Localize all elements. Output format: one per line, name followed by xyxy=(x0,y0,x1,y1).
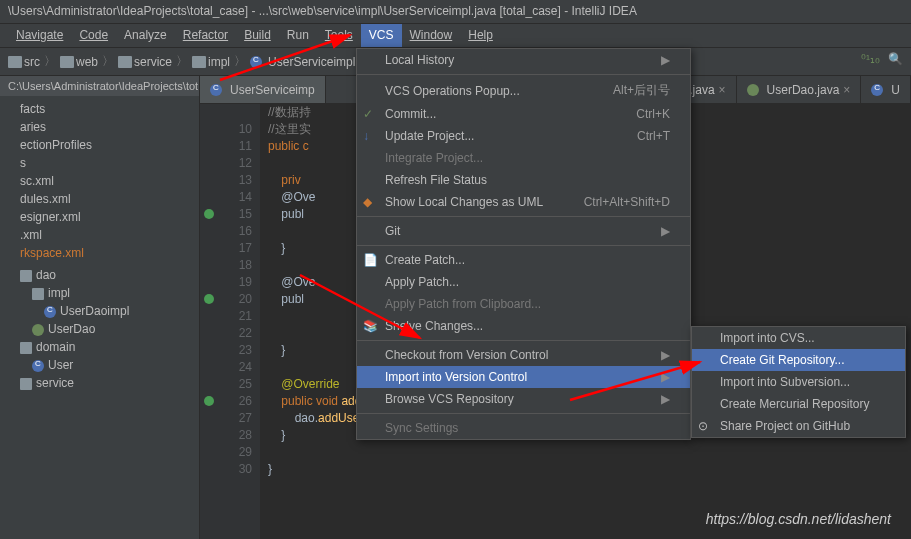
menu-run[interactable]: Run xyxy=(279,24,317,47)
title-bar: \Users\Administrator\IdeaProjects\total_… xyxy=(0,0,911,24)
interface-icon xyxy=(32,324,44,336)
chevron-right-icon: 〉 xyxy=(102,53,114,70)
chevron-right-icon: 〉 xyxy=(44,53,56,70)
folder-icon xyxy=(118,56,132,68)
search-icon[interactable]: 🔍 xyxy=(888,52,903,66)
tree-item[interactable]: dao xyxy=(4,266,195,284)
menu-refresh-status[interactable]: Refresh File Status xyxy=(357,169,690,191)
tree-item[interactable]: UserDaoimpl xyxy=(4,302,195,320)
project-sidebar: C:\Users\Administrator\IdeaProjects\tot … xyxy=(0,76,200,539)
submenu-arrow-icon: ▶ xyxy=(661,53,670,67)
watermark: https://blog.csdn.net/lidashent xyxy=(706,511,891,527)
patch-icon: 📄 xyxy=(363,253,377,267)
folder-icon xyxy=(8,56,22,68)
tab-active[interactable]: UserServiceimp xyxy=(200,76,326,103)
class-icon xyxy=(250,56,262,68)
menu-bar: Navigate Code Analyze Refactor Build Run… xyxy=(0,24,911,48)
menu-vcs-popup[interactable]: VCS Operations Popup...Alt+后引号 xyxy=(357,78,690,103)
tab[interactable]: U xyxy=(861,76,911,103)
bc-service[interactable]: service xyxy=(118,55,172,69)
import-vc-submenu: Import into CVS... Create Git Repository… xyxy=(691,326,906,438)
tree-item[interactable]: sc.xml xyxy=(4,172,195,190)
menu-shelve[interactable]: 📚Shelve Changes... xyxy=(357,315,690,337)
separator xyxy=(357,340,690,341)
tree-item[interactable]: service xyxy=(4,374,195,392)
menu-import-vc[interactable]: Import into Version Control▶ xyxy=(357,366,690,388)
folder-icon xyxy=(60,56,74,68)
menu-code[interactable]: Code xyxy=(71,24,116,47)
menu-tools[interactable]: Tools xyxy=(317,24,361,47)
ant-icon[interactable]: ⁰¹₁₀ xyxy=(861,52,880,66)
menu-create-patch[interactable]: 📄Create Patch... xyxy=(357,249,690,271)
bc-src[interactable]: src xyxy=(8,55,40,69)
gutter: 1011121314151617181920212223242526272829… xyxy=(200,104,260,539)
github-icon: ⊙ xyxy=(698,419,712,433)
menu-apply-patch[interactable]: Apply Patch... xyxy=(357,271,690,293)
menu-build[interactable]: Build xyxy=(236,24,279,47)
sidebar-path: C:\Users\Administrator\IdeaProjects\tot xyxy=(0,76,199,96)
folder-icon xyxy=(32,288,44,300)
tree-item[interactable]: dules.xml xyxy=(4,190,195,208)
menu-apply-clipboard: Apply Patch from Clipboard... xyxy=(357,293,690,315)
menu-vcs[interactable]: VCS xyxy=(361,24,402,47)
close-icon[interactable]: × xyxy=(843,83,850,97)
tab[interactable]: UserDao.java× xyxy=(737,76,862,103)
tree-item[interactable]: aries xyxy=(4,118,195,136)
class-icon xyxy=(210,84,222,96)
folder-icon xyxy=(20,342,32,354)
tree-item[interactable]: ectionProfiles xyxy=(4,136,195,154)
menu-update-project[interactable]: ↓Update Project...Ctrl+T xyxy=(357,125,690,147)
menu-share-github[interactable]: ⊙Share Project on GitHub xyxy=(692,415,905,437)
menu-help[interactable]: Help xyxy=(460,24,501,47)
bc-impl[interactable]: impl xyxy=(192,55,230,69)
separator xyxy=(357,74,690,75)
submenu-arrow-icon: ▶ xyxy=(661,224,670,238)
commit-icon: ✓ xyxy=(363,107,377,121)
menu-import-cvs[interactable]: Import into CVS... xyxy=(692,327,905,349)
project-tree[interactable]: facts aries ectionProfiles s sc.xml dule… xyxy=(0,96,199,396)
class-icon xyxy=(871,84,883,96)
menu-commit[interactable]: ✓Commit...Ctrl+K xyxy=(357,103,690,125)
tree-item[interactable]: facts xyxy=(4,100,195,118)
tree-item[interactable]: s xyxy=(4,154,195,172)
bc-file[interactable]: UserServiceimpl xyxy=(250,55,355,69)
menu-git[interactable]: Git▶ xyxy=(357,220,690,242)
bc-web[interactable]: web xyxy=(60,55,98,69)
separator xyxy=(357,413,690,414)
menu-window[interactable]: Window xyxy=(402,24,461,47)
update-icon: ↓ xyxy=(363,129,377,143)
uml-icon: ◆ xyxy=(363,195,377,209)
submenu-arrow-icon: ▶ xyxy=(661,348,670,362)
menu-show-uml[interactable]: ◆Show Local Changes as UMLCtrl+Alt+Shift… xyxy=(357,191,690,213)
menu-import-svn[interactable]: Import into Subversion... xyxy=(692,371,905,393)
class-icon xyxy=(32,360,44,372)
menu-checkout-vc[interactable]: Checkout from Version Control▶ xyxy=(357,344,690,366)
menu-create-hg[interactable]: Create Mercurial Repository xyxy=(692,393,905,415)
menu-local-history[interactable]: Local History▶ xyxy=(357,49,690,71)
submenu-arrow-icon: ▶ xyxy=(661,370,670,384)
folder-icon xyxy=(20,270,32,282)
close-icon[interactable]: × xyxy=(719,83,726,97)
tree-item[interactable]: rkspace.xml xyxy=(4,244,195,262)
class-icon xyxy=(44,306,56,318)
tree-item[interactable]: User xyxy=(4,356,195,374)
menu-refactor[interactable]: Refactor xyxy=(175,24,236,47)
tree-item[interactable]: UserDao xyxy=(4,320,195,338)
menu-navigate[interactable]: Navigate xyxy=(8,24,71,47)
menu-analyze[interactable]: Analyze xyxy=(116,24,175,47)
folder-icon xyxy=(192,56,206,68)
separator xyxy=(357,245,690,246)
submenu-arrow-icon: ▶ xyxy=(661,392,670,406)
tree-item[interactable]: esigner.xml xyxy=(4,208,195,226)
tree-item[interactable]: impl xyxy=(4,284,195,302)
separator xyxy=(357,216,690,217)
tree-item[interactable]: domain xyxy=(4,338,195,356)
shelve-icon: 📚 xyxy=(363,319,377,333)
chevron-right-icon: 〉 xyxy=(176,53,188,70)
menu-browse-repo[interactable]: Browse VCS Repository▶ xyxy=(357,388,690,410)
vcs-dropdown: Local History▶ VCS Operations Popup...Al… xyxy=(356,48,691,440)
menu-create-git[interactable]: Create Git Repository... xyxy=(692,349,905,371)
folder-icon xyxy=(20,378,32,390)
menu-integrate: Integrate Project... xyxy=(357,147,690,169)
tree-item[interactable]: .xml xyxy=(4,226,195,244)
